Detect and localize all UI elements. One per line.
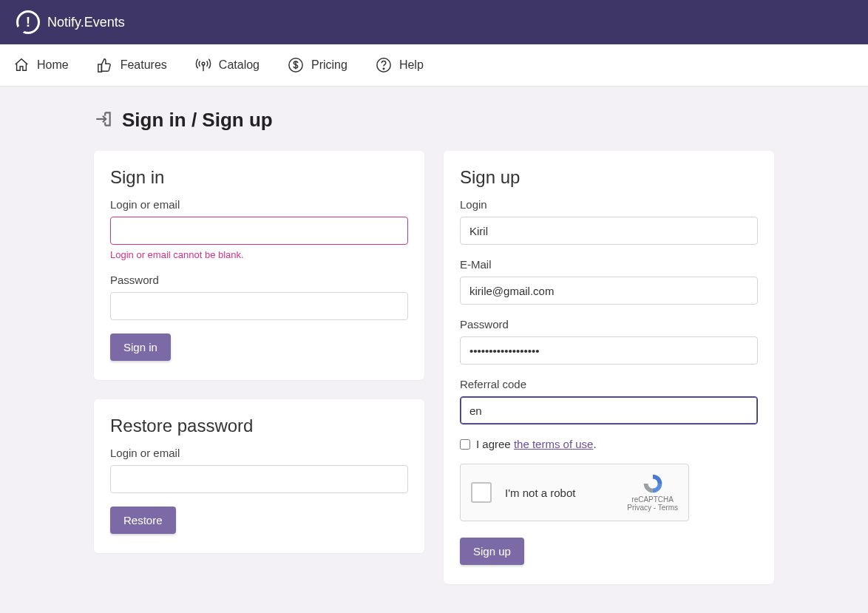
restore-login-input[interactable] xyxy=(110,465,408,493)
recaptcha-label: I'm not a robot xyxy=(505,487,627,499)
brand-logo[interactable]: ! Notify.Events xyxy=(16,10,125,34)
recaptcha-branding: reCAPTCHA Privacy - Terms xyxy=(627,473,678,512)
nav-pricing-label: Pricing xyxy=(311,58,347,72)
agree-suffix: . xyxy=(593,438,596,450)
signin-login-error: Login or email cannot be blank. xyxy=(110,249,408,260)
signup-button[interactable]: Sign up xyxy=(460,538,524,565)
signin-card: Sign in Login or email Login or email ca… xyxy=(94,151,424,380)
nav-catalog-label: Catalog xyxy=(219,58,260,72)
restore-card: Restore password Login or email Restore xyxy=(94,399,424,553)
signin-heading: Sign in xyxy=(110,167,408,188)
home-icon xyxy=(13,57,30,73)
agree-prefix: I agree xyxy=(476,438,514,450)
nav-home-label: Home xyxy=(37,58,69,72)
help-icon xyxy=(376,57,392,73)
signup-login-label: Login xyxy=(460,198,758,211)
nav-catalog[interactable]: Catalog xyxy=(195,57,260,73)
signup-referral-label: Referral code xyxy=(460,378,758,390)
signin-login-input[interactable] xyxy=(110,217,408,245)
signup-heading: Sign up xyxy=(460,167,758,188)
restore-login-label: Login or email xyxy=(110,447,408,459)
nav-features-label: Features xyxy=(121,58,167,72)
top-bar: ! Notify.Events xyxy=(0,0,868,44)
agree-checkbox[interactable] xyxy=(460,439,470,450)
nav-help-label: Help xyxy=(399,58,424,72)
broadcast-icon xyxy=(195,57,211,73)
svg-point-0 xyxy=(202,62,205,65)
restore-heading: Restore password xyxy=(110,416,408,436)
recaptcha-brand-text: reCAPTCHA xyxy=(627,495,678,504)
recaptcha-widget[interactable]: I'm not a robot reCAPTCHA Privacy - Term… xyxy=(460,464,689,521)
nav-help[interactable]: Help xyxy=(376,57,424,73)
svg-point-3 xyxy=(383,68,384,69)
page-title: Sign in / Sign up xyxy=(122,109,273,132)
signin-button[interactable]: Sign in xyxy=(110,333,171,361)
recaptcha-icon xyxy=(640,473,665,494)
brand-text: Notify.Events xyxy=(47,15,125,30)
main-nav: Home Features Catalog Pricing Help xyxy=(0,44,868,87)
signup-email-label: E-Mail xyxy=(460,258,758,271)
signup-password-label: Password xyxy=(460,318,758,331)
signup-password-input[interactable] xyxy=(460,336,758,365)
signin-password-label: Password xyxy=(110,274,408,286)
signin-password-input[interactable] xyxy=(110,292,408,320)
recaptcha-checkbox[interactable] xyxy=(471,482,492,503)
recaptcha-links[interactable]: Privacy - Terms xyxy=(627,504,678,512)
signup-referral-input[interactable] xyxy=(460,396,758,424)
dollar-icon xyxy=(288,57,304,73)
nav-home[interactable]: Home xyxy=(13,57,69,73)
nav-features[interactable]: Features xyxy=(97,57,167,73)
thumbs-up-icon xyxy=(97,57,113,73)
page-title-row: Sign in / Sign up xyxy=(94,109,774,132)
nav-pricing[interactable]: Pricing xyxy=(288,57,347,73)
logo-icon: ! xyxy=(16,10,40,34)
signup-login-input[interactable] xyxy=(460,217,758,245)
restore-button[interactable]: Restore xyxy=(110,507,176,534)
signin-arrow-icon xyxy=(94,109,113,132)
signup-email-input[interactable] xyxy=(460,277,758,305)
signin-login-label: Login or email xyxy=(110,198,408,211)
signup-card: Sign up Login E-Mail Password Referral c… xyxy=(444,151,774,584)
agree-row: I agree the terms of use. xyxy=(460,438,758,450)
terms-link[interactable]: the terms of use xyxy=(514,438,594,450)
